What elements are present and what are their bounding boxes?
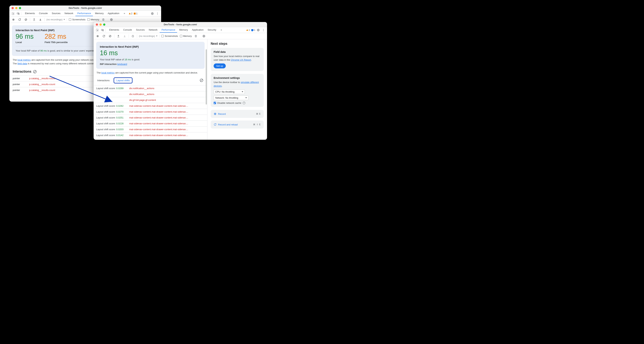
field-data-link[interactable]: field data <box>18 62 27 65</box>
tab-memory[interactable]: Memory <box>93 11 106 16</box>
tab-application[interactable]: Application <box>190 27 206 33</box>
subtab-interactions[interactable]: Interactions <box>96 78 111 82</box>
messages-badge[interactable]: 1 <box>251 29 255 31</box>
panel-settings-icon[interactable] <box>109 17 114 22</box>
svg-point-20 <box>97 35 98 36</box>
inp-interaction: INP interaction keyboard <box>100 63 201 65</box>
tab-performance[interactable]: Performance <box>160 27 177 33</box>
recordings-dropdown[interactable]: (no recordings) <box>46 18 67 21</box>
zoom-icon[interactable] <box>103 23 105 26</box>
issues-badge[interactable]: 1 <box>134 12 138 15</box>
table-row[interactable]: Layout shift score: 0.0142 mat-sidenav-c… <box>94 132 207 138</box>
panel-tabs: Elements Console Sources Network Perform… <box>9 11 161 16</box>
tab-memory[interactable]: Memory <box>178 27 190 33</box>
table-row[interactable]: Layout shift score: 0.0228 mat-sidenav-c… <box>94 120 207 126</box>
clear-button[interactable] <box>108 34 112 38</box>
record-reload-card[interactable]: Record and reload ⌘ ⇧ E <box>211 120 264 129</box>
download-icon[interactable] <box>38 17 42 22</box>
download-icon <box>122 34 127 38</box>
memory-checkbox[interactable]: Memory <box>180 35 192 37</box>
reload-button[interactable] <box>102 34 106 38</box>
tab-elements[interactable]: Elements <box>107 27 121 33</box>
tab-console[interactable]: Console <box>37 11 50 16</box>
close-icon[interactable] <box>96 23 98 26</box>
clear-interactions-icon[interactable] <box>33 70 36 73</box>
warnings-badge[interactable]: 2 <box>129 12 132 15</box>
text: are captured from the current page using… <box>114 71 198 74</box>
clear-subtab-icon[interactable] <box>200 79 203 82</box>
scrollbar[interactable] <box>206 49 207 104</box>
screenshots-checkbox[interactable]: Screenshots <box>161 35 178 37</box>
inspect-icon[interactable] <box>95 28 100 32</box>
card-title: Field data <box>214 50 261 53</box>
table-row[interactable]: Layout shift score: 0.0269 div.notificat… <box>94 85 207 91</box>
local-metrics-link[interactable]: local metrics <box>18 58 31 61</box>
tab-console[interactable]: Console <box>121 27 134 33</box>
settings-icon[interactable] <box>150 11 154 16</box>
home-icon[interactable] <box>131 34 135 38</box>
crux-link[interactable]: Chrome UX Report <box>231 58 251 61</box>
setup-button[interactable]: Set up <box>214 63 226 68</box>
trash-icon[interactable] <box>194 34 198 38</box>
tab-list: Elements Console Sources Network Perform… <box>23 11 121 16</box>
local-metrics-link[interactable]: local metrics <box>101 71 114 74</box>
inspect-icon[interactable] <box>11 11 15 16</box>
upload-icon[interactable] <box>116 34 120 38</box>
shortcut: ⌘ ⇧ E <box>253 123 261 126</box>
device-toolbar-icon[interactable] <box>16 11 20 16</box>
zoom-icon[interactable] <box>19 7 21 9</box>
more-icon[interactable] <box>261 28 266 32</box>
status-badges[interactable]: 2 1 <box>129 12 138 15</box>
record-button[interactable] <box>11 17 16 22</box>
select-value: Network: No throttling <box>215 96 238 99</box>
close-icon[interactable] <box>12 7 14 9</box>
tab-application[interactable]: Application <box>106 11 121 16</box>
trash-icon[interactable] <box>101 17 106 22</box>
tab-network[interactable]: Network <box>63 11 75 16</box>
help-icon[interactable]: ? <box>242 102 246 104</box>
message-bubble-icon <box>251 29 254 31</box>
status-badges[interactable]: 1 1 <box>246 29 255 31</box>
tab-overflow[interactable]: » <box>122 11 127 16</box>
tab-overflow[interactable]: » <box>219 27 224 33</box>
recordings-dropdown[interactable]: (no recordings) <box>139 35 160 37</box>
minimize-icon[interactable] <box>100 23 102 26</box>
table-row[interactable]: Layout shift score: 0.0203 mat-sidenav-c… <box>94 126 207 132</box>
perf-body: Interaction to Next Paint (INP) 16 ms Yo… <box>94 39 267 140</box>
ls-score: Layout shift score: 0.0203 <box>96 128 127 131</box>
tab-sources[interactable]: Sources <box>134 27 147 33</box>
more-icon[interactable] <box>155 11 160 16</box>
inp-local: 96 ms Local <box>16 33 34 44</box>
memory-checkbox[interactable]: Memory <box>87 18 99 21</box>
record-button[interactable] <box>96 34 100 38</box>
settings-icon[interactable] <box>256 28 260 32</box>
table-row[interactable]: div.gf-full-page.gf-content <box>94 97 207 103</box>
table-row[interactable]: Layout shift score: 0.0251 mat-sidenav-c… <box>94 115 207 120</box>
table-row[interactable]: Layout shift score: 0.0270 mat-sidenav-c… <box>94 109 207 115</box>
subtab-layout-shifts[interactable]: Layout shifts <box>114 77 132 83</box>
tab-sources[interactable]: Sources <box>50 11 62 16</box>
record-card[interactable]: Record ⌘ E <box>211 110 264 118</box>
network-throttle-select[interactable]: Network: No throttling <box>214 95 248 100</box>
text: . <box>222 84 222 87</box>
tab-security[interactable]: Security <box>206 27 218 33</box>
checkbox-label: Disable network cache <box>217 102 241 104</box>
cpu-throttle-select[interactable]: CPU: No throttling <box>214 89 245 94</box>
device-toolbar-icon[interactable] <box>100 28 104 32</box>
tab-performance[interactable]: Performance <box>76 11 93 16</box>
tab-elements[interactable]: Elements <box>23 11 37 16</box>
clear-button[interactable] <box>24 17 28 22</box>
reload-button[interactable] <box>18 17 22 22</box>
panel-settings-icon[interactable] <box>202 34 206 38</box>
disable-cache-checkbox[interactable]: Disable network cache ? <box>214 102 261 104</box>
tab-network[interactable]: Network <box>147 27 160 33</box>
minimize-icon[interactable] <box>15 7 18 9</box>
table-row[interactable]: div.notification__actions <box>94 91 207 97</box>
keyboard-link[interactable]: keyboard <box>117 63 127 65</box>
table-row[interactable]: Layout shift score: 0.0282 mat-sidenav-c… <box>94 103 207 109</box>
screenshots-checkbox[interactable]: Screenshots <box>69 18 85 21</box>
warnings-badge[interactable]: 1 <box>246 29 250 31</box>
text: The <box>13 62 18 65</box>
field-data-card: Field data See how your local metrics co… <box>211 48 264 71</box>
upload-icon[interactable] <box>32 17 36 22</box>
